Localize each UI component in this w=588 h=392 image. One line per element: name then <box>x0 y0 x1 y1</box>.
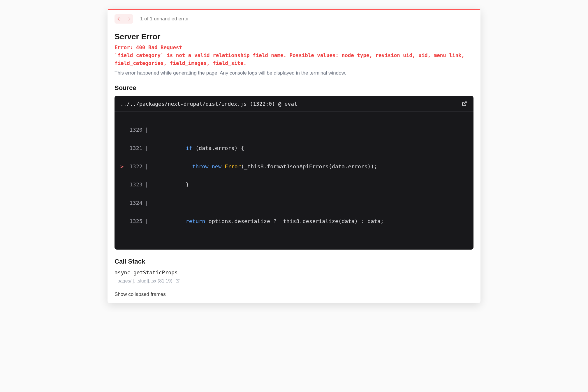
stack-frame-file: pages/[[...slug]].tsx (81:19) <box>117 278 172 284</box>
source-code: 1320| 1321| if (data.errors) { >1322| th… <box>115 112 473 249</box>
code-token: options.deserialize ? _this8.deserialize… <box>205 218 384 224</box>
dialog-header: 1 of 1 unhandled error <box>108 10 480 27</box>
line-number: 1324 <box>127 198 142 207</box>
code-line: 1323| } <box>120 180 468 189</box>
code-token: return <box>186 218 205 224</box>
code-line: 1324| <box>120 198 468 207</box>
line-number: 1325 <box>127 217 142 226</box>
prev-error-button[interactable] <box>115 14 124 24</box>
open-frame-button[interactable] <box>175 278 180 284</box>
code-token: (data.errors) { <box>192 145 244 151</box>
code-line: 1321| if (data.errors) { <box>120 144 468 153</box>
error-title: Server Error <box>115 32 473 41</box>
code-line-error: >1322| throw new Error(_this8.formatJson… <box>120 162 468 171</box>
source-code-box: ../../packages/next-drupal/dist/index.js… <box>115 96 473 249</box>
error-dialog: 1 of 1 unhandled error Server Error Erro… <box>108 9 480 303</box>
dialog-content: Server Error Error: 400 Bad Request `fie… <box>108 27 480 303</box>
arrow-right-icon <box>126 16 131 22</box>
show-collapsed-frames-button[interactable]: Show collapsed frames <box>115 292 473 297</box>
code-token: } <box>186 181 189 188</box>
callstack-heading: Call Stack <box>115 258 473 265</box>
arrow-left-icon <box>117 16 122 22</box>
error-counter: 1 of 1 unhandled error <box>140 16 189 22</box>
line-number: 1320 <box>127 125 142 134</box>
svg-line-3 <box>177 279 179 281</box>
next-error-button[interactable] <box>124 14 133 24</box>
line-number: 1322 <box>127 162 142 171</box>
external-link-icon <box>462 101 467 106</box>
code-token: new <box>212 163 221 169</box>
line-number: 1321 <box>127 144 142 153</box>
code-line: 1320| <box>120 125 468 134</box>
svg-line-2 <box>464 102 466 104</box>
code-token: throw <box>192 163 209 169</box>
source-location: ../../packages/next-drupal/dist/index.js… <box>120 101 297 107</box>
stack-frame-location: pages/[[...slug]].tsx (81:19) <box>115 278 473 284</box>
code-token: (_this8.formatJsonApiErrors(data.errors)… <box>241 163 377 169</box>
error-message: Error: 400 Bad Request `field_category` … <box>115 44 473 67</box>
code-token: if <box>186 145 192 151</box>
error-description: This error happened while generating the… <box>115 70 473 76</box>
stack-frame-function: async getStaticProps <box>115 269 473 276</box>
error-nav-buttons <box>115 14 133 24</box>
open-in-editor-button[interactable] <box>461 100 468 107</box>
code-token: Error <box>225 163 241 169</box>
error-line-marker: > <box>120 162 127 171</box>
source-heading: Source <box>115 84 473 92</box>
source-location-bar: ../../packages/next-drupal/dist/index.js… <box>115 96 473 112</box>
code-line: 1325| return options.deserialize ? _this… <box>120 217 468 226</box>
external-link-icon <box>175 278 180 283</box>
line-number: 1323 <box>127 180 142 189</box>
